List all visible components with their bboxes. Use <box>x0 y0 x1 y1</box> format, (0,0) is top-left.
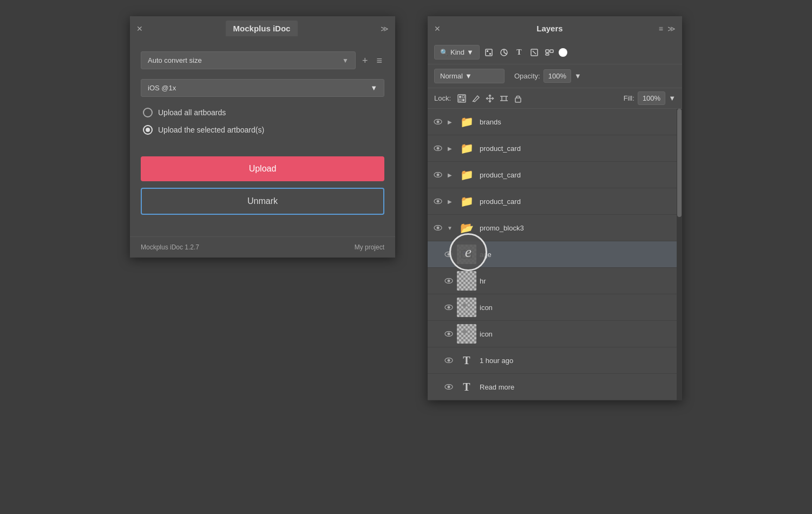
lock-fill-row: Lock: <box>428 88 682 109</box>
svg-rect-0 <box>486 49 492 56</box>
layer-thumbnail <box>457 245 476 264</box>
radio-upload-all[interactable]: Upload all artboards <box>143 108 384 117</box>
pixel-icon[interactable] <box>483 47 495 58</box>
expand-icon[interactable]: ▶ <box>446 118 454 126</box>
expand-icon[interactable]: ▶ <box>446 144 454 152</box>
fill-value[interactable]: 100% <box>638 91 665 105</box>
layers-panel: ✕ Layers ≡ ≫ 🔍 Kind ▼ <box>428 16 682 400</box>
layer-item[interactable]: ▶ 📁 product_card <box>428 188 682 215</box>
platform-select[interactable]: iOS @1x ▼ <box>141 79 384 97</box>
lock-brush-icon[interactable] <box>470 93 481 104</box>
opacity-arrow[interactable]: ▼ <box>574 72 581 80</box>
blend-mode-select[interactable]: Normal ▼ <box>434 69 505 83</box>
adjustment-icon[interactable] <box>498 47 510 58</box>
mockplus-title: Mockplus iDoc <box>226 21 298 36</box>
svg-rect-33 <box>463 252 466 254</box>
svg-rect-42 <box>463 330 466 333</box>
layer-thumbnail: 📁 <box>457 139 476 158</box>
eye-icon[interactable] <box>433 223 443 233</box>
mockplus-close-button[interactable]: ✕ <box>136 25 143 32</box>
layer-name: icon <box>480 330 677 338</box>
layer-item[interactable]: T 1 hour ago <box>428 347 682 374</box>
upload-button[interactable]: Upload <box>141 156 384 181</box>
layer-item[interactable]: hr <box>428 268 682 294</box>
radio-upload-selected[interactable]: Upload the selected artboard(s) <box>143 125 384 135</box>
layer-item[interactable]: icon <box>428 294 682 321</box>
eye-icon[interactable] <box>444 302 454 312</box>
color-filter-icon[interactable] <box>559 48 567 57</box>
scrollbar[interactable] <box>677 109 682 400</box>
eye-icon[interactable] <box>444 382 454 392</box>
text-filter-icon[interactable]: T <box>513 47 525 58</box>
unmark-button[interactable]: Unmark <box>141 188 384 215</box>
layer-item[interactable]: age e <box>428 241 682 268</box>
expand-icon[interactable]: ▶ <box>446 171 454 179</box>
kind-select-value: Kind <box>450 48 464 56</box>
text-layer-icon: T <box>463 354 470 367</box>
lock-artboard-icon[interactable] <box>499 93 509 104</box>
opacity-value[interactable]: 100% <box>543 69 571 83</box>
layer-item[interactable]: ▼ 📂 promo_block3 <box>428 215 682 241</box>
mockplus-panel: ✕ Mockplus iDoc ≫ Auto convert size ▼ + … <box>130 16 395 258</box>
radio-label-selected: Upload the selected artboard(s) <box>158 126 264 134</box>
eye-icon[interactable] <box>433 117 443 127</box>
expand-icon[interactable]: ▶ <box>446 197 454 205</box>
fill-arrow[interactable]: ▼ <box>669 94 676 102</box>
fill-label: Fill: <box>624 94 634 102</box>
layers-list: ▶ 📁 brands ▶ 📁 product_card <box>428 109 682 400</box>
layer-item[interactable]: ▶ 📁 product_card <box>428 135 682 162</box>
svg-point-35 <box>448 280 450 282</box>
workspace: ✕ Mockplus iDoc ≫ Auto convert size ▼ + … <box>0 0 812 514</box>
kind-select[interactable]: 🔍 Kind ▼ <box>434 45 480 60</box>
layers-close-button[interactable]: ✕ <box>434 25 441 32</box>
scrollbar-thumb[interactable] <box>677 109 682 217</box>
svg-line-5 <box>533 51 536 54</box>
folder-icon: 📂 <box>460 221 474 234</box>
layers-menu-button[interactable]: ≡ <box>659 25 663 32</box>
size-select-value: Auto convert size <box>148 56 202 64</box>
eye-icon[interactable] <box>444 249 454 259</box>
list-button[interactable]: ≡ <box>374 54 384 68</box>
mockplus-body: Auto convert size ▼ + ≡ iOS @1x ▼ Upload… <box>130 41 395 236</box>
svg-rect-13 <box>462 99 464 101</box>
eye-icon[interactable] <box>444 276 454 286</box>
add-button[interactable]: + <box>360 54 370 68</box>
mockplus-footer: Mockplus iDoc 1.2.7 My project <box>130 236 395 258</box>
radio-label-all: Upload all artboards <box>158 108 226 117</box>
shape-icon[interactable] <box>528 47 540 58</box>
size-select[interactable]: Auto convert size ▼ <box>141 51 356 69</box>
layers-collapse-button[interactable]: ≫ <box>667 25 676 32</box>
layer-item[interactable]: ▶ 📁 brands <box>428 109 682 135</box>
svg-point-25 <box>437 174 440 176</box>
opacity-label: Opacity: <box>514 72 540 80</box>
layer-item[interactable]: icon <box>428 321 682 347</box>
lock-icon[interactable] <box>513 93 523 104</box>
lock-pixels-icon[interactable] <box>456 93 467 104</box>
eye-icon[interactable] <box>433 143 443 153</box>
smart-filter-icon[interactable] <box>543 47 555 58</box>
lock-label: Lock: <box>434 94 451 102</box>
layer-item[interactable]: T Read more <box>428 374 682 400</box>
layer-item[interactable]: ▶ 📁 product_card <box>428 162 682 188</box>
expand-icon[interactable]: ▼ <box>446 224 454 232</box>
layer-name: 1 hour ago <box>480 357 677 365</box>
fill-group: Fill: 100% ▼ <box>624 91 676 105</box>
layers-titlebar: ✕ Layers ≡ ≫ <box>428 16 682 41</box>
eye-icon[interactable] <box>444 355 454 365</box>
eye-icon[interactable] <box>444 329 454 339</box>
size-row: Auto convert size ▼ + ≡ <box>141 51 384 69</box>
svg-rect-38 <box>463 304 466 307</box>
lock-move-icon[interactable] <box>484 93 495 104</box>
svg-rect-39 <box>467 304 470 307</box>
svg-rect-2 <box>489 53 491 55</box>
mockplus-collapse-button[interactable]: ≫ <box>381 25 389 32</box>
layer-name: icon <box>480 304 677 312</box>
svg-point-21 <box>437 121 440 123</box>
svg-point-23 <box>437 147 440 150</box>
svg-rect-7 <box>550 50 553 52</box>
layer-thumbnail <box>457 271 476 291</box>
layer-name: hr <box>480 277 677 285</box>
eye-icon[interactable] <box>433 170 443 180</box>
eye-icon[interactable] <box>433 196 443 206</box>
layer-name: product_card <box>480 171 677 179</box>
